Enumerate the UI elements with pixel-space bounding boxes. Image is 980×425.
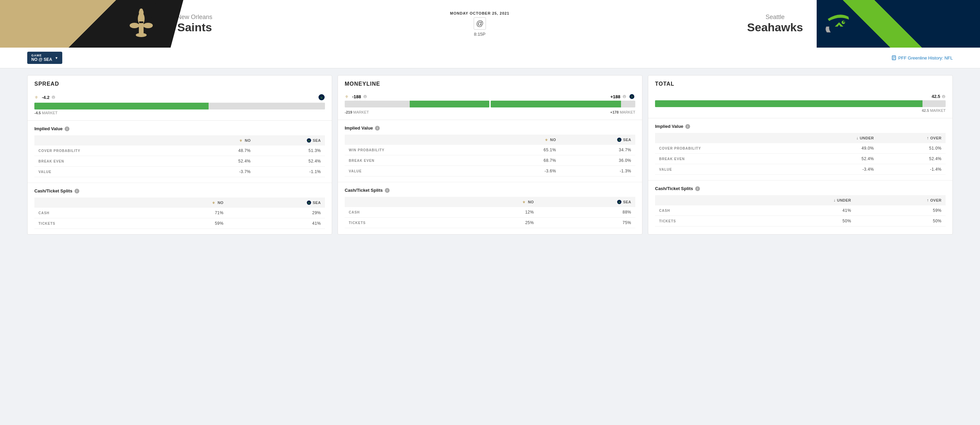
over-arrow-sp: ↑ bbox=[927, 198, 929, 203]
seahawks-logo bbox=[824, 10, 858, 37]
total-val-label: VALUE bbox=[655, 164, 802, 175]
ml-tickets-no: 25% bbox=[453, 217, 538, 228]
svg-text:S: S bbox=[631, 95, 633, 98]
total-be-label: BREAK EVEN bbox=[655, 154, 802, 164]
spread-cash-sea: 29% bbox=[228, 208, 325, 218]
total-implied-info-icon[interactable]: i bbox=[685, 124, 690, 129]
svg-text:i: i bbox=[624, 95, 625, 98]
spread-impl-be-sea: 52.4% bbox=[255, 156, 325, 167]
moneyline-title: MONEYLINE bbox=[338, 76, 642, 91]
table-row: COVER PROBABILITY 48.7% 51.3% bbox=[34, 146, 325, 156]
total-implied-table: ↓ UNDER ↑ OVER C bbox=[655, 133, 946, 175]
total-cash-under: 41% bbox=[754, 205, 856, 216]
total-be-over: 52.4% bbox=[878, 154, 946, 164]
total-implied-section: Implied Value i ↓ UNDER bbox=[648, 118, 953, 180]
spread-impl-cover-label: COVER PROBABILITY bbox=[34, 146, 191, 156]
ml-cash-no: 12% bbox=[453, 207, 538, 217]
ml-be-no: 68.7% bbox=[492, 155, 560, 166]
seahawks-small-icon-spread: S bbox=[318, 94, 325, 101]
total-value: 42.5 bbox=[932, 94, 940, 99]
table-row: CASH 41% 59% bbox=[655, 205, 946, 216]
ml-impl-col-sea: S SEA bbox=[560, 135, 635, 145]
ml-win-prob-label: WIN PROBABILITY bbox=[345, 145, 492, 155]
total-val-under: -3.4% bbox=[802, 164, 878, 175]
spread-market: -4.5 MARKET bbox=[34, 111, 325, 115]
over-arrow: ↑ bbox=[927, 136, 929, 140]
document-icon bbox=[891, 56, 896, 60]
game-date: Monday October 25, 2021 bbox=[450, 11, 509, 15]
spread-impl-col-empty bbox=[34, 135, 191, 146]
spread-tickets-no: 59% bbox=[143, 218, 228, 229]
seahawks-th-icon: S bbox=[307, 138, 311, 143]
ml-implied-section: Implied Value i ⚜ NO bbox=[338, 120, 642, 182]
ml-be-sea: 36.0% bbox=[560, 155, 635, 166]
svg-text:⚜: ⚜ bbox=[34, 95, 38, 100]
table-row: CASH 71% 29% bbox=[34, 208, 325, 218]
ml-splits-info-icon[interactable]: i bbox=[385, 188, 390, 193]
svg-point-3 bbox=[143, 23, 153, 28]
spread-splits-col-empty bbox=[34, 198, 143, 208]
ml-impl-col-no: ⚜ NO bbox=[492, 135, 560, 145]
spread-splits-col-sea: S SEA bbox=[228, 198, 325, 208]
table-row: TICKETS 50% 50% bbox=[655, 216, 946, 227]
svg-text:S: S bbox=[308, 140, 310, 142]
saints-ml-icon: ⚜ bbox=[345, 94, 350, 99]
svg-text:i: i bbox=[365, 95, 366, 98]
spread-bar-section: ⚜ -4.2 i S -4.5 MARKET bbox=[27, 91, 332, 121]
ml-implied-label: Implied Value i bbox=[345, 125, 635, 130]
away-team-banner bbox=[0, 0, 163, 48]
ml-be-label: BREAK EVEN bbox=[345, 155, 492, 166]
game-selector[interactable]: GAME NO @ SEA ▼ bbox=[27, 52, 62, 64]
main-content: SPREAD ⚜ -4.2 i S bbox=[0, 68, 980, 241]
seahawks-ml-sp-icon: S bbox=[617, 200, 622, 205]
spread-impl-val-sea: -1.1% bbox=[255, 167, 325, 177]
svg-text:⚜: ⚜ bbox=[545, 138, 548, 142]
home-team-city: Seattle bbox=[765, 14, 785, 21]
table-row: VALUE -3.6% -1.3% bbox=[345, 166, 635, 176]
saints-splits-icon: ⚜ bbox=[212, 201, 216, 205]
ml-home-market: +178 MARKET bbox=[610, 110, 635, 114]
table-row: BREAK EVEN 68.7% 36.0% bbox=[345, 155, 635, 166]
spread-tickets-label: TICKETS bbox=[34, 218, 143, 229]
svg-point-7 bbox=[140, 8, 143, 12]
total-card: TOTAL 42.5 i 42.5 MARKET Implied Value i bbox=[648, 75, 953, 235]
total-cash-label: CASH bbox=[655, 205, 754, 216]
table-row: BREAK EVEN 52.4% 52.4% bbox=[655, 154, 946, 164]
svg-point-2 bbox=[130, 23, 139, 28]
total-splits-info-icon[interactable]: i bbox=[695, 186, 700, 191]
ml-implied-info-icon[interactable]: i bbox=[375, 126, 380, 130]
spread-impl-be-label: BREAK EVEN bbox=[34, 156, 191, 167]
total-bar bbox=[655, 100, 946, 107]
spread-title: SPREAD bbox=[27, 76, 332, 91]
seahawks-ml-icon: S bbox=[628, 94, 635, 99]
greenline-link[interactable]: PFF Greenline History: NFL bbox=[891, 56, 953, 60]
spread-impl-cover-sea: 51.3% bbox=[255, 146, 325, 156]
spread-impl-be-no: 52.4% bbox=[191, 156, 255, 167]
svg-text:⚜: ⚜ bbox=[212, 201, 215, 205]
spread-away-value: -4.2 bbox=[42, 95, 49, 100]
info-ml-away: i bbox=[363, 95, 367, 98]
implied-info-icon[interactable]: i bbox=[65, 127, 69, 131]
table-row: TICKETS 25% 75% bbox=[345, 217, 635, 228]
spread-splits-table: ⚜ NO S SEA CASH bbox=[34, 198, 325, 229]
ml-tickets-label: TICKETS bbox=[345, 217, 453, 228]
total-tickets-over: 50% bbox=[855, 216, 946, 227]
greenline-label: PFF Greenline History: NFL bbox=[898, 56, 953, 60]
splits-info-icon[interactable]: i bbox=[75, 189, 79, 193]
total-cash-over: 59% bbox=[855, 205, 946, 216]
total-splits-col-empty bbox=[655, 195, 754, 205]
svg-text:S: S bbox=[321, 96, 322, 99]
ml-splits-col-empty bbox=[345, 197, 453, 207]
spread-card: SPREAD ⚜ -4.2 i S bbox=[27, 75, 332, 235]
at-symbol: @ bbox=[474, 17, 486, 30]
moneyline-bar-section: ⚜ -188 i +188 i S bbox=[338, 91, 642, 120]
ml-implied-table: ⚜ NO S SEA WIN P bbox=[345, 135, 635, 176]
ml-splits-label: Cash/Ticket Splits i bbox=[345, 188, 635, 193]
spread-impl-val-label: VALUE bbox=[34, 167, 191, 177]
ml-away-market: -219 MARKET bbox=[345, 110, 369, 114]
total-impl-col-empty bbox=[655, 133, 802, 143]
saints-logo bbox=[126, 8, 156, 39]
home-team-name: Seahawks bbox=[747, 21, 803, 34]
total-implied-label: Implied Value i bbox=[655, 124, 946, 129]
spread-cash-no: 71% bbox=[143, 208, 228, 218]
